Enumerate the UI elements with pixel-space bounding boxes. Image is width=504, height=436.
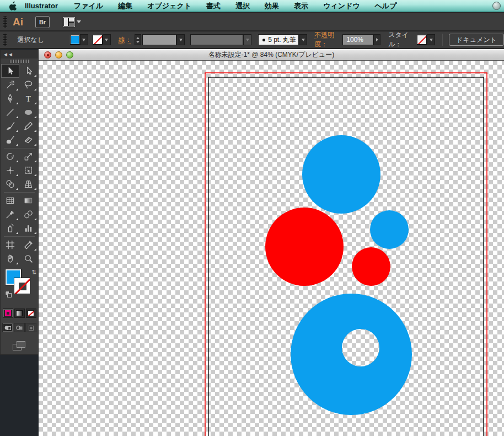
graphic-style-swatch[interactable] (417, 35, 427, 45)
draw-normal-button[interactable] (2, 323, 13, 332)
document-titlebar[interactable]: 名称未設定-1* @ 84% (CMYK/プレビュー) (39, 49, 504, 61)
menu-item-select[interactable]: 選択 (235, 1, 250, 11)
graphic-style-dropdown-button[interactable] (427, 34, 435, 45)
menu-item-edit[interactable]: 編集 (118, 1, 132, 11)
slice-icon (23, 240, 34, 250)
mesh-icon (5, 195, 15, 206)
draw-normal-icon (4, 325, 12, 331)
screen-mode-button[interactable] (1, 341, 38, 351)
brush-preview-icon (262, 39, 265, 41)
tool-width[interactable] (1, 163, 19, 177)
flyout-indicator-icon (16, 174, 18, 176)
menu-item-help[interactable]: ヘルプ (375, 1, 397, 11)
tool-shape-builder[interactable] (1, 177, 19, 191)
menu-item-illustrator[interactable]: Illustrator (25, 2, 58, 10)
tool-zoom[interactable] (19, 252, 37, 265)
artwork-circle-0[interactable] (302, 135, 380, 214)
menu-item-view[interactable]: 表示 (294, 1, 308, 11)
tool-direct-selection[interactable] (19, 64, 37, 78)
tool-pencil[interactable] (19, 119, 37, 133)
tools-panel-grip[interactable] (1, 59, 38, 64)
stroke-none-swatch[interactable] (93, 35, 103, 45)
tool-symbol-sprayer[interactable] (1, 221, 19, 235)
minimize-button[interactable] (55, 51, 62, 59)
apple-menu[interactable] (9, 1, 17, 10)
document-setup-button[interactable]: ドキュメント (449, 34, 504, 46)
flyout-indicator-icon (34, 174, 36, 176)
canvas[interactable] (39, 61, 504, 436)
stroke-weight-dropdown-button[interactable] (176, 34, 185, 45)
flyout-indicator-icon (16, 160, 18, 162)
default-fill-stroke-icon[interactable] (5, 291, 12, 298)
tools-panel-collapse-button[interactable]: ◄◄ (1, 50, 38, 59)
opacity-dropdown-button[interactable] (373, 34, 380, 45)
stroke-panel-link[interactable]: 線： (119, 35, 132, 45)
tool-perspective-grid[interactable] (19, 177, 37, 191)
tool-artboard[interactable] (1, 238, 19, 252)
fill-color-dropdown-button[interactable] (80, 34, 88, 45)
tool-column-graph[interactable] (19, 221, 37, 235)
artwork-circle-2[interactable] (370, 210, 409, 249)
tool-free-transform[interactable] (19, 163, 37, 177)
draw-behind-button[interactable] (14, 323, 25, 332)
stroke-swatch[interactable] (14, 278, 30, 294)
draw-inside-button[interactable] (25, 323, 36, 332)
control-bar-grip[interactable] (3, 34, 7, 46)
drawing-mode-row (1, 323, 38, 332)
opacity-panel-link[interactable]: 不透明度： (314, 31, 340, 49)
tool-slice[interactable] (19, 238, 37, 252)
tool-line-segment[interactable] (1, 105, 19, 119)
tools-panel: ◄◄ T ⇅ (0, 50, 39, 355)
tool-pen[interactable] (1, 92, 19, 105)
artwork-circle-1[interactable] (265, 208, 344, 286)
lasso-icon (23, 79, 34, 90)
tool-paintbrush[interactable] (1, 119, 19, 133)
artwork-circle-3[interactable] (352, 247, 390, 286)
tool-blob-brush[interactable] (1, 133, 19, 147)
close-button[interactable] (44, 51, 51, 59)
menu-item-object[interactable]: オブジェクト (147, 1, 191, 11)
tool-gradient[interactable] (19, 194, 37, 208)
opacity-field[interactable]: 100% (342, 34, 373, 45)
tool-lasso[interactable] (19, 78, 37, 92)
menu-item-window[interactable]: ウィンドウ (323, 1, 360, 11)
stroke-weight-field[interactable] (142, 34, 176, 45)
flyout-indicator-icon (16, 218, 18, 220)
symbol-sprayer-icon (5, 223, 15, 233)
tool-eraser[interactable] (19, 133, 37, 147)
tool-magic-wand[interactable] (1, 78, 19, 92)
tool-blend[interactable] (19, 208, 37, 221)
artwork-donut-4[interactable] (291, 294, 412, 415)
menu-item-effect[interactable]: 効果 (265, 1, 279, 11)
stroke-color-dropdown-button[interactable] (103, 34, 111, 45)
creative-cloud-icon[interactable] (492, 2, 501, 10)
color-button[interactable] (3, 309, 13, 318)
stroke-weight-stepper[interactable] (135, 34, 141, 45)
flyout-indicator-icon (16, 130, 18, 132)
tool-eyedropper[interactable] (1, 208, 19, 221)
none-button[interactable] (26, 309, 36, 318)
menu-item-file[interactable]: ファイル (74, 1, 103, 11)
document-title: 名称未設定-1* @ 84% (CMYK/プレビュー) (208, 50, 335, 60)
gradient-button[interactable] (14, 309, 25, 318)
brush-definition-field[interactable]: 5 pt. 丸筆 (258, 34, 299, 45)
variable-width-profile-dropdown-button[interactable] (243, 34, 251, 45)
arrange-documents-button[interactable] (63, 17, 81, 27)
menu-item-type[interactable]: 書式 (206, 1, 221, 11)
go-to-bridge-button[interactable]: Br (35, 16, 50, 28)
tool-mesh[interactable] (1, 194, 19, 208)
swap-fill-stroke-icon[interactable]: ⇅ (31, 269, 36, 276)
tool-type[interactable]: T (19, 92, 37, 105)
tool-rotate[interactable] (1, 150, 19, 163)
brush-definition-dropdown-button[interactable] (299, 34, 307, 45)
flyout-indicator-icon (34, 188, 36, 190)
tool-scale[interactable] (19, 150, 37, 163)
tool-hand[interactable] (1, 252, 19, 265)
tool-ellipse[interactable] (19, 105, 37, 119)
tool-selection[interactable] (1, 64, 19, 78)
variable-width-profile-field[interactable] (190, 34, 243, 45)
fill-color-swatch[interactable] (70, 35, 80, 45)
zoom-button[interactable] (66, 51, 73, 59)
app-bar-grip[interactable] (3, 16, 7, 28)
gradient-icon (23, 195, 34, 206)
